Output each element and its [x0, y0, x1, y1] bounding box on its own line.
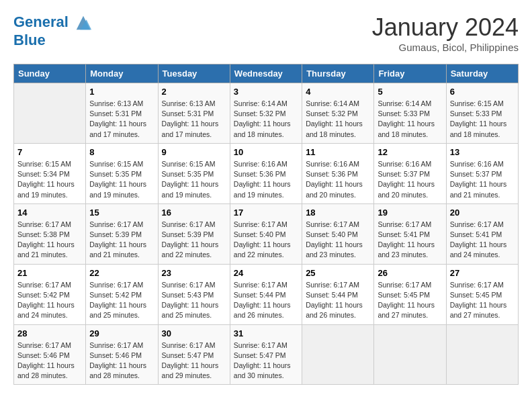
month-title: January 2024 — [372, 13, 519, 42]
weekday-header-friday: Friday — [374, 64, 446, 83]
day-number: 5 — [378, 87, 442, 97]
calendar-cell: 31Sunrise: 6:17 AMSunset: 5:47 PMDayligh… — [230, 324, 302, 385]
calendar-cell: 24Sunrise: 6:17 AMSunset: 5:44 PMDayligh… — [230, 264, 302, 324]
day-number: 2 — [162, 87, 226, 97]
day-info: Sunrise: 6:14 AMSunset: 5:32 PMDaylight:… — [306, 99, 370, 140]
day-info: Sunrise: 6:17 AMSunset: 5:39 PMDaylight:… — [162, 220, 226, 261]
day-info: Sunrise: 6:17 AMSunset: 5:40 PMDaylight:… — [234, 220, 298, 261]
day-info: Sunrise: 6:16 AMSunset: 5:36 PMDaylight:… — [234, 159, 298, 200]
day-info: Sunrise: 6:17 AMSunset: 5:38 PMDaylight:… — [17, 220, 82, 261]
day-number: 8 — [89, 147, 154, 157]
day-number: 26 — [378, 268, 442, 278]
weekday-header-sunday: Sunday — [14, 64, 86, 83]
calendar-cell: 1Sunrise: 6:13 AMSunset: 5:31 PMDaylight… — [86, 83, 158, 144]
day-number: 14 — [17, 208, 82, 218]
day-number: 19 — [378, 208, 442, 218]
day-info: Sunrise: 6:17 AMSunset: 5:39 PMDaylight:… — [89, 220, 154, 261]
day-number: 16 — [162, 208, 226, 218]
logo-text: General — [13, 13, 93, 32]
weekday-header-tuesday: Tuesday — [158, 64, 230, 83]
day-info: Sunrise: 6:17 AMSunset: 5:45 PMDaylight:… — [450, 280, 515, 321]
day-number: 21 — [17, 268, 82, 278]
day-number: 20 — [450, 208, 515, 218]
day-number: 10 — [234, 147, 298, 157]
calendar-cell: 27Sunrise: 6:17 AMSunset: 5:45 PMDayligh… — [446, 264, 518, 324]
day-info: Sunrise: 6:17 AMSunset: 5:47 PMDaylight:… — [234, 340, 298, 381]
day-info: Sunrise: 6:17 AMSunset: 5:40 PMDaylight:… — [306, 220, 370, 261]
calendar-cell: 23Sunrise: 6:17 AMSunset: 5:43 PMDayligh… — [158, 264, 230, 324]
day-number: 13 — [450, 147, 515, 157]
calendar-cell: 11Sunrise: 6:16 AMSunset: 5:36 PMDayligh… — [302, 143, 374, 203]
calendar-cell: 3Sunrise: 6:14 AMSunset: 5:32 PMDaylight… — [230, 83, 302, 144]
day-number: 30 — [162, 328, 226, 338]
logo-blue-text: Blue — [13, 32, 93, 48]
day-number: 6 — [450, 87, 515, 97]
day-info: Sunrise: 6:17 AMSunset: 5:43 PMDaylight:… — [162, 280, 226, 321]
day-number: 17 — [234, 208, 298, 218]
day-info: Sunrise: 6:14 AMSunset: 5:33 PMDaylight:… — [378, 99, 442, 140]
calendar-cell: 9Sunrise: 6:15 AMSunset: 5:35 PMDaylight… — [158, 143, 230, 203]
day-number: 15 — [89, 208, 154, 218]
day-number: 22 — [89, 268, 154, 278]
logo: General Blue — [13, 13, 93, 48]
calendar-cell: 7Sunrise: 6:15 AMSunset: 5:34 PMDaylight… — [14, 143, 86, 203]
day-number: 29 — [89, 328, 154, 338]
weekday-header-thursday: Thursday — [302, 64, 374, 83]
day-number: 25 — [306, 268, 370, 278]
week-row-3: 14Sunrise: 6:17 AMSunset: 5:38 PMDayligh… — [14, 203, 519, 264]
day-info: Sunrise: 6:17 AMSunset: 5:46 PMDaylight:… — [17, 340, 82, 381]
day-info: Sunrise: 6:17 AMSunset: 5:41 PMDaylight:… — [450, 220, 515, 261]
day-number: 24 — [234, 268, 298, 278]
day-number: 31 — [234, 328, 298, 338]
calendar-cell: 6Sunrise: 6:15 AMSunset: 5:33 PMDaylight… — [446, 83, 518, 144]
calendar-cell: 19Sunrise: 6:17 AMSunset: 5:41 PMDayligh… — [374, 203, 446, 264]
day-info: Sunrise: 6:13 AMSunset: 5:31 PMDaylight:… — [162, 99, 226, 140]
page-header: General Blue January 2024 Gumaus, Bicol,… — [13, 13, 519, 53]
day-info: Sunrise: 6:13 AMSunset: 5:31 PMDaylight:… — [89, 99, 154, 140]
calendar-cell: 21Sunrise: 6:17 AMSunset: 5:42 PMDayligh… — [14, 264, 86, 324]
calendar-cell: 17Sunrise: 6:17 AMSunset: 5:40 PMDayligh… — [230, 203, 302, 264]
calendar-cell: 25Sunrise: 6:17 AMSunset: 5:44 PMDayligh… — [302, 264, 374, 324]
calendar-table: SundayMondayTuesdayWednesdayThursdayFrid… — [13, 64, 519, 385]
day-info: Sunrise: 6:16 AMSunset: 5:36 PMDaylight:… — [306, 159, 370, 200]
day-info: Sunrise: 6:17 AMSunset: 5:42 PMDaylight:… — [17, 280, 82, 321]
calendar-cell: 26Sunrise: 6:17 AMSunset: 5:45 PMDayligh… — [374, 264, 446, 324]
week-row-5: 28Sunrise: 6:17 AMSunset: 5:46 PMDayligh… — [14, 324, 519, 385]
weekday-header-monday: Monday — [86, 64, 158, 83]
day-number: 27 — [450, 268, 515, 278]
title-block: January 2024 Gumaus, Bicol, Philippines — [372, 13, 519, 53]
day-info: Sunrise: 6:16 AMSunset: 5:37 PMDaylight:… — [378, 159, 442, 200]
day-info: Sunrise: 6:17 AMSunset: 5:45 PMDaylight:… — [378, 280, 442, 321]
day-info: Sunrise: 6:15 AMSunset: 5:34 PMDaylight:… — [17, 159, 82, 200]
day-number: 11 — [306, 147, 370, 157]
day-number: 1 — [89, 87, 154, 97]
day-info: Sunrise: 6:17 AMSunset: 5:42 PMDaylight:… — [89, 280, 154, 321]
calendar-cell: 14Sunrise: 6:17 AMSunset: 5:38 PMDayligh… — [14, 203, 86, 264]
day-number: 7 — [17, 147, 82, 157]
calendar-cell — [302, 324, 374, 385]
calendar-cell: 18Sunrise: 6:17 AMSunset: 5:40 PMDayligh… — [302, 203, 374, 264]
weekday-header-wednesday: Wednesday — [230, 64, 302, 83]
day-info: Sunrise: 6:16 AMSunset: 5:37 PMDaylight:… — [450, 159, 515, 200]
day-number: 3 — [234, 87, 298, 97]
calendar-cell: 10Sunrise: 6:16 AMSunset: 5:36 PMDayligh… — [230, 143, 302, 203]
weekday-header-saturday: Saturday — [446, 64, 518, 83]
day-info: Sunrise: 6:17 AMSunset: 5:44 PMDaylight:… — [234, 280, 298, 321]
day-info: Sunrise: 6:17 AMSunset: 5:41 PMDaylight:… — [378, 220, 442, 261]
location-subtitle: Gumaus, Bicol, Philippines — [372, 42, 519, 53]
calendar-cell: 4Sunrise: 6:14 AMSunset: 5:32 PMDaylight… — [302, 83, 374, 144]
day-info: Sunrise: 6:14 AMSunset: 5:32 PMDaylight:… — [234, 99, 298, 140]
calendar-cell: 28Sunrise: 6:17 AMSunset: 5:46 PMDayligh… — [14, 324, 86, 385]
day-info: Sunrise: 6:17 AMSunset: 5:44 PMDaylight:… — [306, 280, 370, 321]
day-info: Sunrise: 6:15 AMSunset: 5:35 PMDaylight:… — [162, 159, 226, 200]
day-number: 18 — [306, 208, 370, 218]
calendar-cell: 15Sunrise: 6:17 AMSunset: 5:39 PMDayligh… — [86, 203, 158, 264]
day-number: 12 — [378, 147, 442, 157]
calendar-cell: 2Sunrise: 6:13 AMSunset: 5:31 PMDaylight… — [158, 83, 230, 144]
day-info: Sunrise: 6:17 AMSunset: 5:46 PMDaylight:… — [89, 340, 154, 381]
week-row-2: 7Sunrise: 6:15 AMSunset: 5:34 PMDaylight… — [14, 143, 519, 203]
calendar-cell — [446, 324, 518, 385]
day-info: Sunrise: 6:15 AMSunset: 5:35 PMDaylight:… — [89, 159, 154, 200]
day-number: 9 — [162, 147, 226, 157]
calendar-cell — [374, 324, 446, 385]
